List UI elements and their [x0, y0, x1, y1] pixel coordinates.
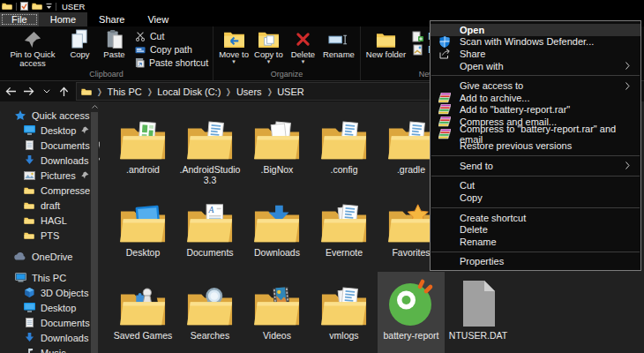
back-button[interactable] [4, 84, 19, 99]
file-documents[interactable]: ADocuments [176, 189, 243, 272]
file-ntuser-dat[interactable]: NTUSER.DAT [445, 272, 512, 353]
sidebar-item-documents[interactable]: Documents [0, 138, 100, 153]
cut-button[interactable]: Cut [135, 30, 208, 42]
copy-path-button[interactable]: Copy path [135, 43, 208, 56]
breadcrumb-segment-users[interactable]: Users [236, 86, 262, 97]
context-menu-item-restore-previous-versions[interactable]: Restore previous versions [431, 139, 640, 152]
copy-to-button[interactable]: Copy to▾ [251, 26, 286, 64]
qat-qat-chevron-button[interactable] [46, 3, 52, 10]
breadcrumb-segment-this-pc[interactable]: This PC [108, 86, 142, 97]
context-menu-item-share[interactable]: Share [431, 48, 640, 60]
sidebar-item-desktop[interactable]: Desktop [0, 123, 100, 138]
sidebar-item-label: Pictures [41, 170, 76, 181]
chev-down-button[interactable] [39, 84, 54, 99]
context-menu-item-send-to[interactable]: Send to [431, 160, 640, 172]
note-icon [26, 348, 34, 353]
context-menu-item-delete[interactable]: Delete [431, 223, 640, 236]
rename-button[interactable]: Rename [320, 26, 357, 59]
sidebar-item-desktop[interactable]: Desktop [0, 300, 100, 315]
qat-folder-button[interactable] [2, 2, 12, 11]
context-menu: OpenScan with Windows Defender...ShareOp… [430, 20, 641, 271]
copy-button[interactable]: Copy [63, 26, 97, 59]
scrollbar-thumb[interactable] [91, 112, 98, 353]
sidebar-item-pictures[interactable]: Pictures [0, 168, 100, 183]
context-menu-separator [431, 176, 640, 176]
context-menu-item-open-with[interactable]: Open with [431, 60, 640, 72]
sidebar-scrollbar[interactable] [90, 101, 99, 353]
file-saved-games[interactable]: Saved Games [109, 272, 176, 353]
file-androidstudio3-3[interactable]: .AndroidStudio3.3 [176, 106, 243, 189]
file-desktop[interactable]: Desktop [109, 189, 176, 272]
context-menu-item-add-to-archive[interactable]: Add to archive... [431, 92, 640, 104]
sidebar-item-documents[interactable]: Documents [0, 315, 100, 330]
context-menu-item-scan-with-windows-defender[interactable]: Scan with Windows Defender... [431, 36, 640, 49]
context-menu-item-create-shortcut[interactable]: Create shortcut [431, 212, 640, 224]
context-menu-item-cut[interactable]: Cut [431, 180, 640, 192]
context-menu-item-copy[interactable]: Copy [431, 192, 640, 204]
file-evernote[interactable]: Evernote [311, 189, 378, 272]
paste-button[interactable]: Paste [97, 26, 131, 59]
forward-button[interactable] [21, 84, 36, 99]
sidebar-item-onedrive[interactable]: OneDrive [0, 249, 100, 264]
sidebar-item-quick-access[interactable]: Quick access [0, 108, 100, 123]
up-button[interactable] [56, 84, 71, 99]
rename-icon [328, 34, 348, 46]
tab-home[interactable]: Home [39, 12, 87, 26]
sidebar-item-this-pc[interactable]: This PC [0, 270, 100, 285]
file-vmlogs[interactable]: vmlogs [311, 272, 378, 353]
paste-shortcut-icon [135, 57, 145, 68]
sidebar-item-compressed[interactable]: Compressed [0, 183, 100, 198]
file-battery-report[interactable]: battery-report [378, 272, 445, 353]
breadcrumb-chevron-icon[interactable]: ❯ [146, 87, 152, 96]
file-android[interactable]: .android [109, 106, 176, 189]
copy-to-icon [258, 30, 280, 49]
menu-item-label: Copy [460, 192, 483, 203]
new-folder-button[interactable]: New folder [363, 26, 408, 59]
breadcrumb-segment-local-disk-c[interactable]: Local Disk (C:) [157, 86, 221, 97]
breadcrumb-chevron-icon[interactable]: ❯ [266, 87, 272, 96]
copy-large-icon [71, 29, 89, 49]
folder-icon [32, 2, 42, 11]
sidebar-item-downloads[interactable]: Downloads [0, 153, 100, 168]
breadcrumb-segment-user[interactable]: USER [277, 86, 304, 97]
dropdown-caret-icon: ▾ [302, 59, 305, 64]
context-menu-item-add-to-battery-report-rar[interactable]: Add to "battery-report.rar" [431, 104, 640, 116]
breadcrumb-chevron-icon[interactable]: ❯ [97, 87, 102, 96]
tab-file[interactable]: File [0, 12, 39, 26]
breadcrumb-chevron-icon[interactable]: ❯ [226, 87, 231, 96]
sidebar-item-draft[interactable]: draft [0, 198, 100, 213]
file-downloads[interactable]: Downloads [243, 189, 311, 272]
cube-icon [25, 288, 34, 297]
sidebar-item-pts[interactable]: PTS [0, 228, 100, 243]
context-menu-item-properties[interactable]: Properties [431, 256, 640, 268]
file-searches[interactable]: Searches [176, 272, 243, 353]
pc-icon [15, 273, 26, 282]
sidebar-item-3d-objects[interactable]: 3D Objects [0, 285, 100, 300]
context-menu-item-give-access-to[interactable]: Give access to [431, 79, 640, 92]
paste-shortcut-button[interactable]: Paste shortcut [135, 56, 208, 69]
pin-to-quick-access-button[interactable]: Pin to Quick access [3, 26, 63, 69]
sidebar-item-music[interactable]: Music [0, 345, 100, 353]
file-videos[interactable]: Videos [243, 272, 311, 353]
button-label: Paste shortcut [149, 57, 208, 68]
sidebar-item-downloads[interactable]: Downloads [0, 330, 100, 345]
qat-folder-button[interactable] [32, 2, 42, 11]
move-to-button[interactable]: Move to▾ [216, 26, 251, 64]
scroll-up-icon[interactable] [90, 101, 99, 111]
file-config[interactable]: .config [311, 106, 378, 189]
forward-icon [23, 86, 34, 96]
context-menu-item-compress-to-battery-report-rar-and-email[interactable]: Compress to "battery-report.rar" and ema… [431, 128, 640, 140]
context-menu-item-rename[interactable]: Rename [431, 236, 640, 248]
file-label: .config [331, 164, 358, 175]
file-bignox[interactable]: .BigNox [243, 106, 311, 189]
delete-button[interactable]: Delete▾ [286, 26, 320, 64]
qat-properties-sm-button[interactable] [20, 2, 28, 11]
button-label: Pin to Quick access [5, 50, 60, 69]
navigation-pane: Quick accessDesktopDocumentsDownloadsPic… [0, 101, 100, 353]
context-menu-item-open[interactable]: Open [431, 24, 640, 36]
ribbon-group-clipboard: Pin to Quick accessCopyPasteCutCopy path… [0, 26, 213, 80]
tab-view[interactable]: View [136, 12, 180, 26]
sidebar-item-hagl[interactable]: HAGL [0, 213, 100, 228]
tab-share[interactable]: Share [87, 12, 136, 26]
menu-item-label: Delete [460, 224, 488, 235]
